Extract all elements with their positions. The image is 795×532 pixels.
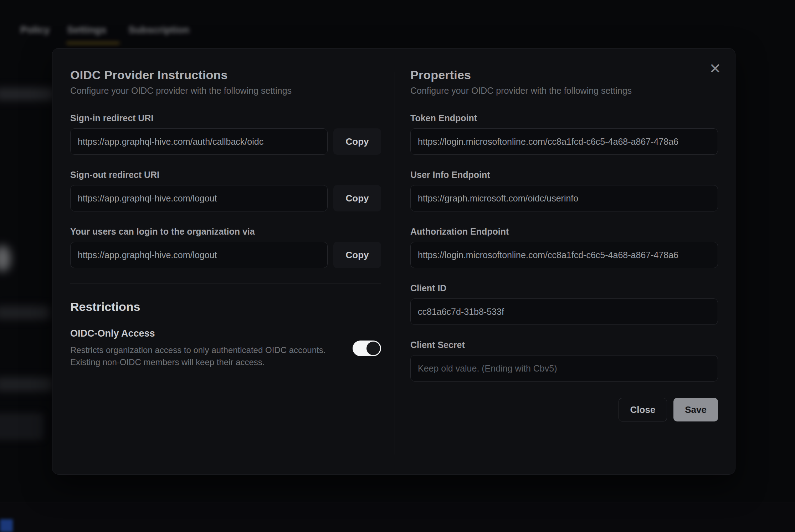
restrictions-heading: Restrictions [70,300,381,314]
token-endpoint-label: Token Endpoint [410,113,718,123]
user-info-endpoint-label: User Info Endpoint [410,170,718,180]
oidc-only-access-label: OIDC-Only Access [70,328,338,339]
modal-body: OIDC Provider Instructions Configure you… [52,48,735,474]
close-button[interactable]: Close [619,398,667,421]
authorization-endpoint-input[interactable] [410,242,718,268]
oidc-only-access-toggle[interactable] [353,341,381,356]
oidc-only-access-description-line1: Restricts organization access to only au… [70,344,338,356]
modal-close-button[interactable]: ✕ [706,59,724,78]
modal-footer: Close Save [410,398,718,421]
copy-organization-login-button[interactable]: Copy [333,242,381,268]
copy-sign-out-redirect-button[interactable]: Copy [333,185,381,211]
oidc-settings-modal: ✕ OIDC Provider Instructions Configure y… [52,48,735,475]
token-endpoint-field-group: Token Endpoint [410,113,718,155]
sign-in-redirect-input[interactable] [70,128,328,155]
save-button[interactable]: Save [673,398,718,421]
client-secret-input[interactable] [410,355,718,382]
organization-login-field-group: Your users can login to the organization… [70,226,381,268]
left-panel-title: OIDC Provider Instructions [70,68,381,82]
user-info-endpoint-field-group: User Info Endpoint [410,170,718,211]
client-id-input[interactable] [410,298,718,325]
left-panel-subtitle: Configure your OIDC provider with the fo… [70,86,381,96]
sign-out-redirect-input[interactable] [70,185,328,211]
authorization-endpoint-field-group: Authorization Endpoint [410,226,718,268]
copy-sign-in-redirect-button[interactable]: Copy [333,128,381,155]
sign-out-redirect-field-group: Sign-out redirect URI Copy [70,170,381,211]
oidc-instructions-panel: OIDC Provider Instructions Configure you… [70,68,381,456]
authorization-endpoint-label: Authorization Endpoint [410,226,718,237]
properties-panel: Properties Configure your OIDC provider … [410,68,718,456]
close-icon: ✕ [709,61,721,76]
organization-login-label: Your users can login to the organization… [70,226,381,237]
oidc-only-access-description-line2: Existing non-OIDC members will keep thei… [70,356,338,368]
toggle-knob [366,342,380,355]
oidc-only-access-row: OIDC-Only Access Restricts organization … [70,328,381,368]
restrictions-divider [70,283,381,283]
client-secret-label: Client Secret [410,340,718,350]
user-info-endpoint-input[interactable] [410,185,718,211]
sign-in-redirect-field-group: Sign-in redirect URI Copy [70,113,381,155]
client-secret-field-group: Client Secret [410,340,718,382]
client-id-field-group: Client ID [410,283,718,325]
right-panel-subtitle: Configure your OIDC provider with the fo… [410,86,718,96]
column-divider [395,72,395,455]
client-id-label: Client ID [410,283,718,293]
organization-login-input[interactable] [70,242,328,268]
sign-in-redirect-label: Sign-in redirect URI [70,113,381,123]
sign-out-redirect-label: Sign-out redirect URI [70,170,381,180]
right-panel-title: Properties [410,68,718,82]
token-endpoint-input[interactable] [410,128,718,155]
